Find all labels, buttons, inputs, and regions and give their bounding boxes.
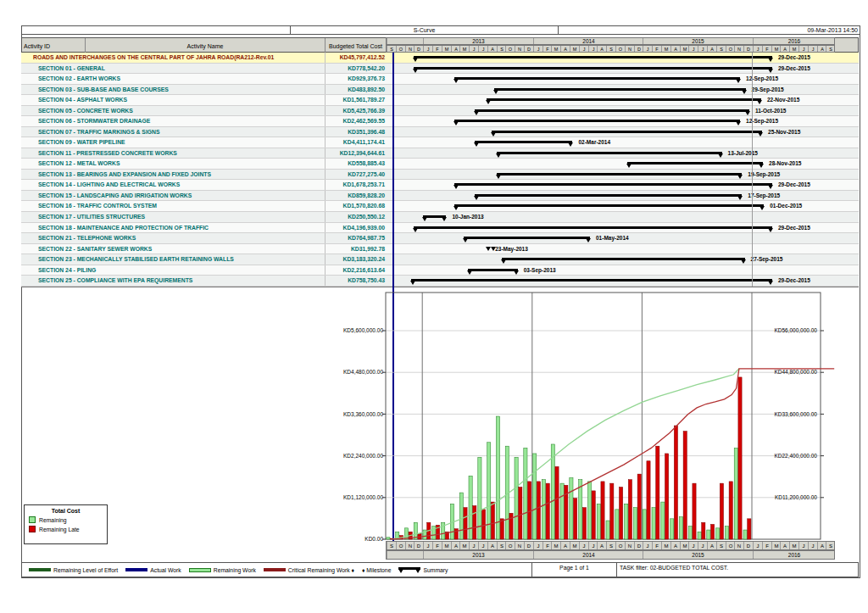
footer-legend-item: Actual Work [125, 567, 181, 573]
timeline-month-cell: M [661, 46, 670, 52]
timeline-month-cell: D [524, 46, 533, 52]
table-row[interactable]: SECTION 22 - SANITARY SEWER WORKSKD31,99… [21, 244, 859, 255]
timeline-month-cell: M [442, 46, 451, 52]
summary-start-icon [413, 58, 418, 62]
table-row[interactable]: SECTION 13 - BEARINGS AND EXPANSION AND … [21, 170, 859, 181]
table-row[interactable]: SECTION 11 - PRESTRESSED CONCRETE WORKSK… [21, 148, 859, 159]
table-row[interactable]: SECTION 07 - TRAFFIC MARKINGS & SIGNSKD3… [21, 127, 859, 138]
timeline-year-cell: 2015 [643, 551, 753, 559]
summary-start-icon [422, 217, 427, 221]
activity-name-cell: SECTION 11 - PRESTRESSED CONCRETE WORKS [21, 148, 342, 159]
gantt-summary-bar[interactable] [468, 269, 517, 271]
summary-start-icon [496, 153, 501, 158]
table-row[interactable]: SECTION 12 - METAL WORKSKD558,885.4328-N… [21, 159, 859, 170]
summary-start-icon [410, 281, 415, 285]
budgeted-total-cost-cell: KD1,678,253.71 [325, 180, 387, 190]
summary-start-icon [467, 270, 472, 275]
table-bottom-border [21, 287, 859, 287]
gantt-summary-bar[interactable] [492, 131, 762, 133]
gantt-cell: 29-Dec-2015 [386, 64, 859, 74]
budgeted-total-cost-cell: KD2,216,613.64 [325, 265, 387, 276]
table-row[interactable]: SECTION 05 - CONCRETE WORKSKD5,425,766.3… [21, 106, 859, 117]
timeline-month-cell: J [698, 46, 707, 52]
gantt-summary-bar[interactable] [475, 141, 573, 143]
timeline-years-strip: 2013201420152016 [386, 550, 835, 560]
remaining-level-of-effort-line [29, 568, 51, 571]
table-row[interactable]: SECTION 17 - UTILITIES STRUCTURESKD250,5… [21, 212, 859, 223]
gantt-summary-bar[interactable] [475, 109, 749, 112]
timeline-month-cell: F [652, 542, 661, 549]
gantt-summary-bar[interactable] [454, 204, 764, 207]
gantt-summary-bar[interactable] [497, 152, 722, 154]
table-row[interactable]: SECTION 04 - ASPHALT WORKSKD1,561,789.27… [21, 95, 859, 106]
gantt-cell: 19-Sep-2015 [386, 170, 859, 180]
data-date-line [392, 53, 394, 541]
gantt-summary-bar[interactable] [414, 56, 772, 59]
budgeted-total-cost-cell: KD45,797,412.52 [325, 53, 387, 63]
summary-start-icon [501, 259, 506, 264]
gantt-summary-bar[interactable] [414, 67, 772, 70]
activity-name-cell: SECTION 18 - MAINTENANCE AND PROTECTION … [21, 223, 342, 233]
gantt-summary-bar[interactable] [454, 183, 772, 186]
activity-name-cell: SECTION 25 - COMPLIANCE WITH EPA REQUIRE… [21, 276, 342, 286]
timeline-month-cell: J [579, 46, 588, 52]
activity-name-cell: SECTION 03 - SUB-BASE AND BASE COURSES [21, 85, 342, 95]
gantt-summary-bar[interactable] [502, 258, 744, 260]
table-row[interactable]: SECTION 01 - GENERALKD778,542.2029-Dec-2… [21, 64, 859, 75]
gantt-summary-bar[interactable] [627, 162, 763, 164]
gantt-cell: 29-Sep-2015 [386, 85, 859, 95]
timeline-year-cell [387, 551, 423, 559]
timeline-month-cell: S [716, 46, 726, 52]
table-row[interactable]: SECTION 06 - STORMWATER DRAINAGEKD2,462,… [21, 116, 859, 127]
gantt-summary-bar[interactable] [497, 173, 742, 176]
total-cost-legend-title: Total Cost [25, 508, 107, 514]
gantt-summary-bar[interactable] [464, 237, 590, 239]
timeline-month-cell: A [560, 542, 570, 549]
summary-finish-icon [736, 79, 741, 83]
footer-legend-item-label: Actual Work [150, 567, 181, 573]
column-header-activity-id[interactable]: Activity ID [22, 38, 86, 53]
total-cost-legend-item-label: Remaining Late [39, 527, 80, 532]
gantt-summary-bar[interactable] [475, 194, 742, 197]
summary-finish-icon [768, 281, 773, 285]
table-row[interactable]: SECTION 24 - PILINGKD2,216,613.6403-Sep-… [21, 265, 859, 276]
summary-finish-icon [568, 142, 573, 147]
footer-legend: Remaining Level of EffortActual WorkRema… [22, 563, 532, 577]
table-row[interactable]: SECTION 09 - WATER PIPELINEKD4,411,174.4… [21, 137, 859, 148]
table-row[interactable]: SECTION 14 - LIGHTING AND ELECTRICAL WOR… [21, 180, 859, 191]
report-title: S-Curve [291, 26, 559, 34]
project-summary-row[interactable]: ROADS AND INTERCHANGES ON THE CENTRAL PA… [21, 53, 859, 64]
timeline-month-cell: O [505, 46, 515, 52]
timeline-month-cell: A [780, 46, 789, 52]
timeline-month-cell: F [652, 46, 661, 52]
gantt-summary-bar[interactable] [454, 77, 740, 80]
table-row[interactable]: SECTION 21 - TELEPHONE WORKSKD764,987.75… [21, 233, 859, 244]
table-row[interactable]: SECTION 03 - SUB-BASE AND BASE COURSESKD… [21, 85, 859, 96]
year-2016-gridline [752, 53, 753, 287]
gantt-summary-bar[interactable] [414, 226, 772, 229]
gantt-summary-bar[interactable] [487, 98, 761, 101]
column-header-budgeted-total-cost[interactable]: Budgeted Total Cost [326, 38, 387, 53]
gantt-cell: 25-Nov-2015 [386, 127, 859, 137]
page-indicator: Page 1 of 1 [532, 563, 617, 577]
gantt-summary-bar[interactable] [454, 120, 740, 122]
gantt-summary-bar[interactable] [411, 279, 772, 281]
table-row[interactable]: SECTION 16 - TRAFFIC CONTROL SYSTEMKD1,5… [21, 201, 859, 212]
activity-name-cell: SECTION 09 - WATER PIPELINE [21, 137, 342, 148]
gantt-summary-bar[interactable] [494, 88, 746, 91]
budgeted-total-cost-cell: KD4,411,174.41 [325, 137, 387, 148]
budgeted-total-cost-cell: KD31,992.78 [325, 244, 387, 254]
table-row[interactable]: SECTION 23 - MECHANICALLY STABILISED EAR… [21, 254, 859, 265]
table-row[interactable]: SECTION 02 - EARTH WORKSKD929,376.7312-S… [21, 74, 859, 85]
column-header-activity-name[interactable]: Activity Name [86, 38, 326, 53]
timeline-month-cell: N [515, 542, 524, 549]
budgeted-total-cost-cell: KD483,892.50 [325, 85, 387, 95]
table-row[interactable]: SECTION 15 - LANDSCAPING AND IRRIGATION … [21, 191, 859, 202]
table-row[interactable]: SECTION 25 - COMPLIANCE WITH EPA REQUIRE… [21, 276, 859, 287]
budgeted-total-cost-cell: KD764,987.75 [325, 233, 387, 243]
timeline-month-cell: M [570, 542, 579, 549]
table-row[interactable]: SECTION 18 - MAINTENANCE AND PROTECTION … [21, 223, 859, 234]
activity-name-cell: SECTION 22 - SANITARY SEWER WORKS [21, 244, 342, 254]
bar-finish-date-label: 12-Sep-2015 [746, 118, 778, 124]
timeline-month-cell: M [551, 46, 560, 52]
